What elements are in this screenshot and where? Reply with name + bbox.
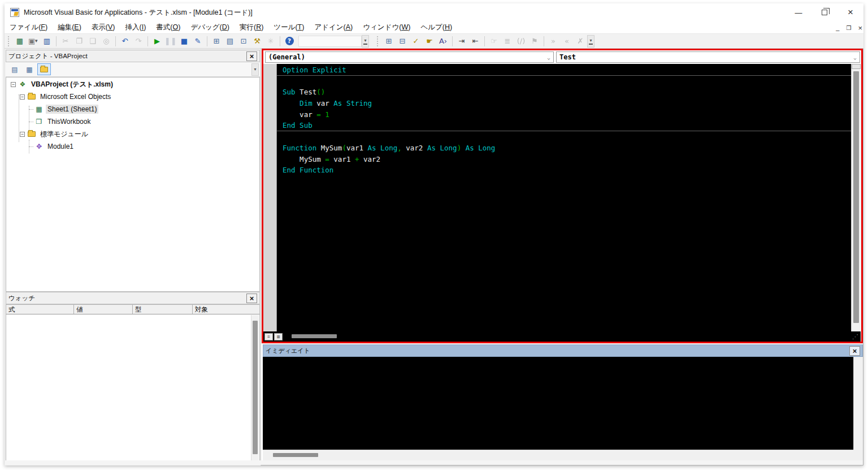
code-scrollbar-thumb[interactable]: [853, 71, 859, 323]
help-button[interactable]: ?: [283, 35, 296, 48]
menu-r[interactable]: 実行(R): [235, 21, 268, 33]
code-line[interactable]: Option Explicit: [277, 64, 851, 76]
menu-w[interactable]: ウィンドウ(W): [358, 21, 415, 33]
list-properties-methods-button[interactable]: ⊞: [383, 35, 395, 48]
save-button[interactable]: ▥: [41, 35, 53, 48]
procedure-dropdown[interactable]: Test ⌄: [556, 51, 860, 63]
child-restore-button[interactable]: ❐: [846, 25, 851, 31]
view-code-button[interactable]: ▤: [8, 63, 21, 75]
toolbar-empty-area: [298, 36, 362, 47]
reset-button[interactable]: ■: [178, 35, 190, 48]
code-token: var1: [333, 155, 355, 163]
code-token: var: [316, 99, 333, 107]
tree-item-microsoft-excel-objects[interactable]: −Microsoft Excel Objects: [6, 91, 259, 102]
close-button[interactable]: ×: [837, 3, 863, 21]
copy-button: ❐: [73, 35, 85, 48]
child-minimize-button[interactable]: _: [836, 24, 839, 31]
code-split-box[interactable]: [852, 64, 861, 69]
project-panel-close-button[interactable]: ×: [246, 51, 257, 61]
indent-icon: ⇥: [459, 37, 465, 45]
project-toolbar-options-button[interactable]: ▾: [251, 63, 259, 76]
menu-f[interactable]: ファイル(F): [5, 21, 53, 33]
menu-i[interactable]: 挿入(I): [120, 21, 151, 33]
insert-userform-button[interactable]: ▣▼: [27, 35, 40, 48]
view-object-button[interactable]: ▦: [23, 63, 36, 75]
view-microsoft-excel-button[interactable]: ▦: [14, 35, 26, 48]
code-token: =: [325, 155, 333, 163]
quick-info-button[interactable]: ✓: [410, 35, 422, 48]
code-line[interactable]: Dim var As String: [283, 98, 851, 109]
toolbar-separator: [56, 36, 57, 46]
code-line[interactable]: End Function: [283, 165, 851, 176]
tree-item-thisworkbook[interactable]: ❒ThisWorkbook: [6, 116, 259, 127]
run-sub-button[interactable]: ▶: [151, 35, 163, 48]
complete-word-button[interactable]: A›: [437, 35, 449, 48]
menu-h[interactable]: ヘルプ(H): [415, 21, 457, 33]
immediate-hscrollbar-thumb[interactable]: [273, 453, 318, 457]
toolbar-separator: [115, 36, 116, 46]
tree-item-[interactable]: −標準モジュール: [6, 128, 259, 140]
watch-vertical-scrollbar[interactable]: [251, 315, 259, 461]
code-resize-grip[interactable]: ⋰: [852, 333, 858, 340]
list-constants-button[interactable]: ⊟: [396, 35, 409, 48]
object-browser-button[interactable]: ⊡: [237, 35, 250, 48]
procedure-view-button[interactable]: ≡: [264, 333, 273, 340]
clear-all-bookmarks-button: ✗: [574, 35, 587, 48]
object-dropdown[interactable]: (General) ⌄: [265, 51, 554, 63]
code-token: As Long: [466, 144, 496, 152]
properties-window-icon: ▤: [227, 37, 233, 45]
toggle-folders-button[interactable]: [37, 63, 51, 75]
child-close-button[interactable]: ×: [858, 24, 862, 32]
outdent-button[interactable]: ⇤: [469, 35, 481, 48]
menu-a[interactable]: アドイン(A): [309, 21, 358, 33]
immediate-window[interactable]: [263, 357, 853, 450]
design-mode-button[interactable]: ✎: [192, 35, 204, 48]
collapse-expander[interactable]: −: [11, 82, 16, 87]
menu-v[interactable]: 表示(V): [86, 21, 120, 33]
code-hscrollbar-thumb[interactable]: [292, 334, 337, 338]
code-line[interactable]: End Sub: [277, 120, 851, 131]
watch-scrollbar-thumb[interactable]: [253, 321, 258, 454]
toggle-breakpoint-icon: ☞: [491, 37, 497, 45]
edit-toolbar-grip[interactable]: [377, 36, 379, 46]
code-editor[interactable]: Option Explicit Sub Test() Dim var As St…: [277, 64, 851, 331]
code-vertical-scrollbar[interactable]: [851, 64, 861, 331]
code-line[interactable]: [283, 131, 851, 143]
immediate-panel-close-button[interactable]: ×: [849, 346, 860, 356]
restore-button[interactable]: [811, 3, 837, 21]
menu-d[interactable]: デバッグ(D): [185, 21, 235, 33]
watch-list-area[interactable]: [6, 314, 260, 463]
toolbox-button[interactable]: ⚒: [251, 35, 263, 48]
dropdown-arrow-icon[interactable]: ▼: [34, 39, 38, 44]
code-line[interactable]: Function MySum(var1 As Long, var2 As Lon…: [283, 143, 851, 154]
code-margin-indicator-bar[interactable]: [263, 64, 277, 331]
undo-button[interactable]: ↶: [119, 35, 131, 48]
project-explorer-button[interactable]: ⊞: [210, 35, 223, 48]
code-line[interactable]: MySum = var1 + var2: [283, 154, 851, 165]
immediate-horizontal-scrollbar[interactable]: [263, 450, 853, 460]
code-line[interactable]: var = 1: [283, 109, 851, 120]
edit-toolbar-options-button[interactable]: ▾: [587, 35, 594, 48]
immediate-vertical-scrollbar[interactable]: [853, 357, 863, 450]
minimize-button[interactable]: —: [785, 3, 811, 21]
watch-panel-close-button[interactable]: ×: [246, 294, 257, 303]
toolbar-grip[interactable]: [8, 36, 10, 46]
menu-t[interactable]: ツール(T): [268, 21, 309, 33]
toolbar-options-button[interactable]: ▾: [362, 35, 369, 48]
collapse-expander[interactable]: −: [20, 132, 25, 137]
parameter-info-button[interactable]: ☛: [423, 35, 436, 48]
indent-button[interactable]: ⇥: [455, 35, 468, 48]
full-module-view-button[interactable]: ≣: [274, 333, 283, 340]
collapse-expander[interactable]: −: [20, 94, 25, 100]
clear-all-bookmarks-icon: ✗: [578, 37, 584, 45]
code-line[interactable]: [283, 76, 851, 87]
menu-o[interactable]: 書式(O): [151, 21, 185, 33]
code-token: As Long: [427, 144, 457, 152]
tree-item-vbaproject-xlsm[interactable]: −❖VBAProject (テスト.xlsm): [6, 79, 259, 90]
code-line[interactable]: Sub Test(): [283, 87, 851, 98]
watch-column-headers: 式値型対象: [6, 304, 260, 314]
tree-item-module1[interactable]: ✥Module1: [6, 141, 259, 152]
menu-e[interactable]: 編集(E): [53, 21, 86, 33]
tree-item-sheet1-sheet1[interactable]: ▦Sheet1 (Sheet1): [6, 104, 259, 115]
properties-window-button[interactable]: ▤: [224, 35, 236, 48]
